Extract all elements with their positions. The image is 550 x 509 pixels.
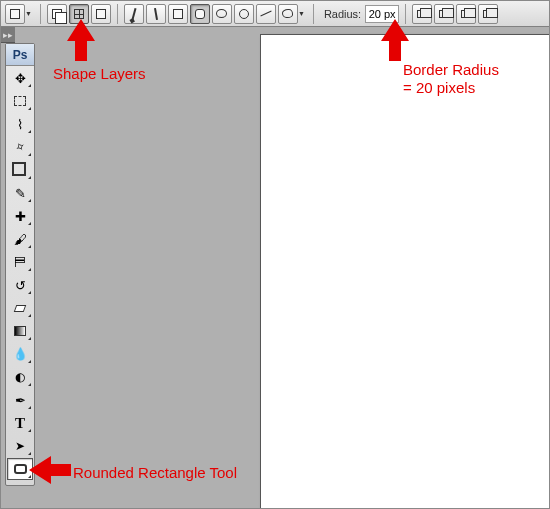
pen-tool[interactable]: ✒ bbox=[7, 389, 33, 411]
heal-tool[interactable]: ✚ bbox=[7, 205, 33, 227]
history-brush-tool[interactable]: ↺ bbox=[7, 274, 33, 296]
separator bbox=[117, 4, 118, 24]
radius-input[interactable] bbox=[365, 5, 399, 23]
path-op-exclude-button[interactable] bbox=[478, 4, 498, 24]
separator bbox=[40, 4, 41, 24]
brush-tool[interactable]: 🖌 bbox=[7, 228, 33, 250]
app-logo: Ps bbox=[6, 44, 34, 66]
radius-label: Radius: bbox=[324, 8, 361, 20]
stamp-tool[interactable]: ⛿ bbox=[7, 251, 33, 273]
path-op-intersect-button[interactable] bbox=[456, 4, 476, 24]
annotation-shape-layers: Shape Layers bbox=[53, 65, 146, 83]
svg-marker-2 bbox=[29, 456, 71, 484]
custom-shape-button[interactable] bbox=[278, 4, 298, 24]
marquee-tool[interactable] bbox=[7, 90, 33, 112]
ellipse-shape-button[interactable] bbox=[212, 4, 232, 24]
path-op-add-button[interactable] bbox=[412, 4, 432, 24]
eyedropper-tool[interactable]: ✎ bbox=[7, 182, 33, 204]
polygon-shape-button[interactable] bbox=[234, 4, 254, 24]
pen-tool-icon[interactable] bbox=[124, 4, 144, 24]
gradient-tool[interactable] bbox=[7, 320, 33, 342]
line-shape-button[interactable] bbox=[256, 4, 276, 24]
path-selection-tool[interactable]: ➤ bbox=[7, 435, 33, 457]
foreground-swatch-button[interactable] bbox=[5, 4, 25, 24]
separator bbox=[313, 4, 314, 24]
freeform-pen-icon[interactable] bbox=[146, 4, 166, 24]
separator bbox=[405, 4, 406, 24]
wand-tool[interactable]: ✧ bbox=[7, 136, 33, 158]
rounded-rectangle-tool[interactable] bbox=[7, 458, 33, 480]
dodge-tool[interactable]: ◐ bbox=[7, 366, 33, 388]
shape-layers-mode-button[interactable] bbox=[47, 4, 67, 24]
chevron-down-icon[interactable]: ▼ bbox=[25, 10, 32, 17]
arrow-icon bbox=[29, 456, 73, 492]
rectangle-shape-button[interactable] bbox=[168, 4, 188, 24]
options-bar: ▼ ▼ Radius: bbox=[1, 1, 549, 27]
blur-tool[interactable]: 💧 bbox=[7, 343, 33, 365]
lasso-tool[interactable]: ⌇ bbox=[7, 113, 33, 135]
eraser-tool[interactable] bbox=[7, 297, 33, 319]
path-op-subtract-button[interactable] bbox=[434, 4, 454, 24]
fill-pixels-mode-button[interactable] bbox=[91, 4, 111, 24]
rounded-rectangle-shape-button[interactable] bbox=[190, 4, 210, 24]
chevron-down-icon[interactable]: ▼ bbox=[298, 10, 305, 17]
panel-collapse-handle[interactable]: ▸▸ bbox=[1, 27, 15, 43]
annotation-rounded-rect: Rounded Rectangle Tool bbox=[73, 464, 237, 482]
tools-panel: Ps ✥ ⌇ ✧ ✎ ✚ 🖌 ⛿ ↺ 💧 ◐ ✒ T ➤ bbox=[5, 43, 35, 486]
paths-mode-button[interactable] bbox=[69, 4, 89, 24]
crop-tool[interactable] bbox=[7, 159, 33, 181]
document-canvas[interactable] bbox=[261, 35, 550, 509]
move-tool[interactable]: ✥ bbox=[7, 67, 33, 89]
type-tool[interactable]: T bbox=[7, 412, 33, 434]
